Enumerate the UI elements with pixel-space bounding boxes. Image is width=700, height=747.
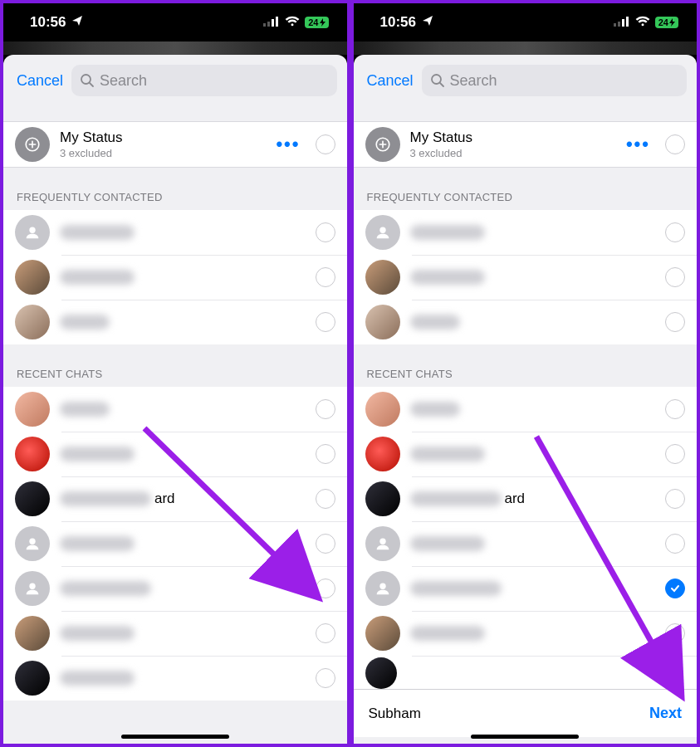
avatar <box>15 260 50 295</box>
name-suffix: ard <box>154 491 175 507</box>
svg-rect-3 <box>276 17 278 27</box>
svg-rect-0 <box>263 23 266 27</box>
contact-row[interactable] <box>354 432 698 476</box>
section-header-recent: RECENT CHATS <box>354 344 698 387</box>
contact-row[interactable] <box>3 210 347 255</box>
contact-row[interactable] <box>3 611 347 656</box>
avatar <box>365 305 400 339</box>
avatar <box>15 616 50 651</box>
my-status-subtitle: 3 excluded <box>410 147 619 159</box>
avatar <box>15 437 50 471</box>
wifi-icon <box>635 14 650 31</box>
avatar <box>15 392 50 427</box>
avatar <box>15 481 50 516</box>
blurred-name <box>410 270 485 285</box>
contact-row[interactable] <box>3 255 347 300</box>
select-circle[interactable] <box>665 444 685 464</box>
select-circle[interactable] <box>316 623 335 643</box>
avatar <box>365 437 400 471</box>
my-status-avatar <box>365 127 400 162</box>
phone-right: 10:56 24 Cancel Search <box>350 0 701 747</box>
select-circle[interactable] <box>665 222 685 242</box>
svg-rect-14 <box>626 17 629 27</box>
search-icon <box>80 73 95 88</box>
my-status-title: My Status <box>410 129 619 146</box>
blurred-name <box>410 225 485 240</box>
contact-row[interactable] <box>3 300 347 344</box>
avatar <box>15 661 50 696</box>
cancel-button[interactable]: Cancel <box>367 72 414 90</box>
backdrop-strip <box>354 42 698 55</box>
blurred-name <box>410 447 485 461</box>
name-suffix: ard <box>505 491 526 507</box>
contact-row[interactable] <box>3 387 347 432</box>
search-field[interactable]: Search <box>422 65 687 96</box>
clock-text: 10:56 <box>380 14 416 31</box>
my-status-avatar <box>15 127 50 162</box>
blurred-name <box>60 225 135 240</box>
more-options-button[interactable]: ••• <box>619 134 657 155</box>
search-placeholder: Search <box>100 72 147 90</box>
my-status-row[interactable]: My Status 3 excluded ••• <box>3 122 347 167</box>
svg-rect-11 <box>614 23 616 27</box>
contact-row[interactable] <box>3 566 347 611</box>
select-circle[interactable] <box>316 134 335 154</box>
contact-row[interactable] <box>354 387 698 432</box>
svg-point-7 <box>29 227 35 233</box>
contact-row[interactable] <box>354 210 698 255</box>
select-circle[interactable] <box>316 489 335 509</box>
contact-row[interactable] <box>3 432 347 476</box>
clock-text: 10:56 <box>30 14 66 31</box>
select-circle[interactable] <box>665 134 685 154</box>
share-sheet: Cancel Search My Status 3 excluded ••• F… <box>354 55 698 744</box>
svg-point-19 <box>379 539 385 544</box>
select-circle[interactable] <box>316 267 335 287</box>
select-circle[interactable] <box>316 444 335 464</box>
svg-point-15 <box>432 75 441 84</box>
contact-row[interactable] <box>354 521 698 566</box>
status-bar: 10:56 24 <box>354 3 698 42</box>
svg-point-20 <box>379 583 385 589</box>
contact-row[interactable] <box>354 566 698 611</box>
select-circle[interactable] <box>316 534 335 554</box>
blurred-name <box>60 671 135 686</box>
home-indicator <box>121 735 229 739</box>
select-circle[interactable] <box>316 312 335 332</box>
next-button[interactable]: Next <box>649 705 682 722</box>
contact-row[interactable]: ard <box>3 476 347 521</box>
blurred-name <box>60 626 135 641</box>
select-circle[interactable] <box>316 579 335 598</box>
contact-row[interactable] <box>3 656 347 701</box>
select-circle[interactable] <box>665 267 685 287</box>
contact-row[interactable] <box>354 300 698 344</box>
contact-row[interactable] <box>354 656 698 689</box>
select-circle[interactable] <box>665 489 685 509</box>
status-bar: 10:56 24 <box>3 3 347 42</box>
avatar <box>365 657 397 689</box>
contact-row[interactable] <box>3 521 347 566</box>
contact-row[interactable]: ard <box>354 476 698 521</box>
location-arrow-icon <box>421 14 434 32</box>
search-field[interactable]: Search <box>71 65 336 96</box>
cancel-button[interactable]: Cancel <box>17 72 63 90</box>
contact-row[interactable] <box>354 611 698 656</box>
select-circle[interactable] <box>665 623 685 643</box>
blurred-name <box>410 315 460 330</box>
blurred-name <box>410 402 460 417</box>
avatar <box>15 305 50 339</box>
my-status-row[interactable]: My Status 3 excluded ••• <box>354 122 698 167</box>
blurred-name <box>60 491 151 506</box>
select-circle[interactable] <box>665 312 685 332</box>
select-circle[interactable] <box>665 399 685 419</box>
select-circle[interactable] <box>316 399 335 419</box>
more-options-button[interactable]: ••• <box>269 134 306 155</box>
select-circle[interactable] <box>316 668 335 688</box>
select-circle-checked[interactable] <box>665 579 685 598</box>
avatar <box>365 526 400 561</box>
blurred-name <box>60 447 135 461</box>
search-placeholder: Search <box>450 72 497 90</box>
select-circle[interactable] <box>316 222 335 242</box>
my-status-title: My Status <box>60 129 269 146</box>
contact-row[interactable] <box>354 255 698 300</box>
select-circle[interactable] <box>665 534 685 554</box>
